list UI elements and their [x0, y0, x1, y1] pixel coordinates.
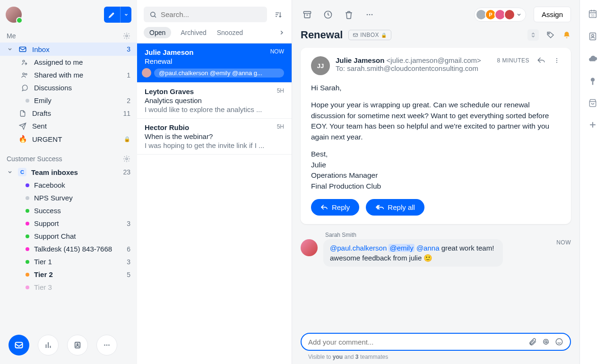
chevron-right-icon[interactable]: [278, 29, 285, 36]
sidebar-item-channel[interactable]: Support Chat: [0, 230, 137, 243]
conversation-preview: I was hoping to get the invite link if I…: [145, 141, 284, 149]
svg-point-20: [556, 58, 557, 59]
sidebar-item-channel[interactable]: Facebook: [0, 179, 137, 191]
shopping-icon[interactable]: [588, 98, 597, 108]
comment-time: NOW: [556, 239, 571, 246]
svg-text:31: 31: [590, 13, 594, 17]
contacts-fab[interactable]: [67, 335, 88, 355]
sidebar-item-count: 23: [123, 168, 130, 176]
sidebar-item-label: Tier 1: [34, 258, 122, 266]
sidebar-item-shared-with-me[interactable]: Shared with me 1: [0, 69, 137, 81]
mention[interactable]: @anna: [416, 244, 440, 252]
analytics-fab[interactable]: [38, 335, 59, 355]
svg-point-12: [151, 12, 155, 16]
sidebar-item-emily[interactable]: Emily 2: [0, 94, 137, 107]
reply-button[interactable]: Reply: [311, 199, 359, 216]
bell-icon[interactable]: [562, 31, 571, 39]
more-fab[interactable]: [96, 335, 117, 355]
svg-point-19: [548, 33, 549, 34]
sidebar-item-drafts[interactable]: Drafts 11: [0, 107, 137, 120]
svg-rect-1: [19, 47, 26, 52]
compose-dropdown[interactable]: [120, 7, 131, 23]
archive-icon[interactable]: [301, 8, 314, 21]
sidebar-item-channel[interactable]: Tier 3: [0, 281, 137, 294]
reply-all-button[interactable]: Reply all: [366, 199, 424, 216]
search-input[interactable]: [144, 7, 267, 22]
mention[interactable]: @emily: [389, 244, 414, 252]
sort-icon[interactable]: [272, 8, 285, 21]
compose-button[interactable]: [104, 7, 120, 23]
sidebar-item-label: Facebook: [34, 181, 126, 189]
sidebar-item-urgent[interactable]: 🔥 URGENT 🔒: [0, 132, 137, 146]
sidebar-item-channel[interactable]: NPS Survey: [0, 191, 137, 204]
tab-archived[interactable]: Archived: [180, 27, 207, 38]
sidebar-item-inbox[interactable]: Inbox 3: [0, 43, 137, 56]
mention-icon[interactable]: [542, 338, 550, 346]
emoji-icon[interactable]: [555, 338, 563, 346]
attachment-icon[interactable]: [528, 338, 537, 346]
chevron-down-icon: [516, 12, 522, 17]
sidebar-item-label: Shared with me: [34, 71, 122, 79]
inbox-fab[interactable]: [9, 335, 29, 355]
avatar-me[interactable]: [6, 7, 22, 23]
sidebar-item-assigned-to-me[interactable]: Assigned to me: [0, 56, 137, 69]
assign-button[interactable]: Assign: [534, 7, 571, 22]
sidebar-item-count: 3: [127, 220, 130, 227]
more-icon[interactable]: [363, 8, 376, 21]
sidebar-item-count: 1: [127, 71, 130, 79]
tab-snoozed[interactable]: Snoozed: [216, 27, 244, 38]
conversation-mentions: @paul.chalkerson @emily @anna g...: [154, 69, 284, 78]
conversation-subject: Analytics question: [145, 96, 284, 104]
sidebar-item-label: Talkdesk (415) 843-7668: [34, 245, 122, 253]
sidebar-item-discussions[interactable]: Discussions: [0, 81, 137, 94]
from-email: <julie.c.jameson@gmail.com>: [387, 56, 481, 64]
sidebar-item-channel[interactable]: Tier 13: [0, 255, 137, 268]
sidebar-item-team-inboxes[interactable]: C Team inboxes 23: [0, 165, 137, 179]
conversation-item[interactable]: Julie JamesonNOW Renewal @paul.chalkerso…: [137, 43, 292, 83]
svg-point-22: [556, 62, 557, 63]
mention[interactable]: @paul.chalkerson: [330, 244, 387, 252]
tab-open[interactable]: Open: [144, 27, 171, 38]
expand-icon[interactable]: [527, 29, 539, 41]
lock-icon: 🔒: [124, 136, 130, 142]
inbox-badge[interactable]: INBOX 🔒: [348, 30, 391, 40]
sidebar-item-label: Tier 2: [34, 270, 122, 278]
gear-icon[interactable]: [123, 32, 130, 40]
page-title: Renewal: [301, 29, 343, 41]
gear-icon[interactable]: [123, 155, 130, 163]
pin-icon[interactable]: [588, 77, 597, 86]
conversation-subject: Renewal: [145, 57, 284, 65]
sidebar-item-channel[interactable]: Talkdesk (415) 843-76686: [0, 243, 137, 255]
sidebar-item-channel[interactable]: Tier 25: [0, 268, 137, 281]
conversation-item[interactable]: Hector Rubio5H When is the webinar? I wa…: [137, 119, 292, 155]
comment-composer[interactable]: [301, 333, 571, 351]
from-name: Julie Jameson: [336, 56, 384, 64]
comment-input[interactable]: [308, 338, 524, 346]
to-email: sarah.smith@cloudcontentconsulting.com: [347, 64, 478, 72]
conversation-from: Julie Jameson: [145, 48, 193, 56]
tag-icon[interactable]: [546, 31, 555, 39]
cloud-icon[interactable]: [588, 54, 598, 64]
reply-icon[interactable]: [537, 56, 545, 65]
contact-icon[interactable]: [588, 31, 598, 42]
conversation-item[interactable]: Leyton Graves5H Analytics question I wou…: [137, 83, 292, 119]
avatar: [301, 239, 318, 256]
sidebar-left: Me Inbox 3 Assigned to me Shared with me…: [0, 0, 137, 364]
snooze-icon[interactable]: [321, 8, 335, 21]
users-icon: [20, 71, 29, 79]
sidebar-item-label: Drafts: [32, 109, 118, 117]
kebab-icon[interactable]: [553, 57, 561, 64]
assignee-picker[interactable]: P: [474, 8, 526, 22]
svg-point-15: [367, 14, 368, 15]
chevron-down-icon: [7, 169, 13, 175]
trash-icon[interactable]: [342, 8, 355, 21]
fire-icon: 🔥: [18, 135, 27, 143]
conversation-from: Hector Rubio: [145, 123, 189, 131]
message-card: JJ Julie Jameson <julie.c.jameson@gmail.…: [301, 48, 571, 224]
plus-icon[interactable]: [588, 120, 597, 130]
calendar-icon[interactable]: 31: [588, 9, 598, 19]
sidebar-item-sent[interactable]: Sent: [0, 120, 137, 132]
sidebar-item-channel[interactable]: Success: [0, 204, 137, 217]
svg-point-0: [126, 35, 128, 37]
sidebar-item-channel[interactable]: Support3: [0, 217, 137, 230]
